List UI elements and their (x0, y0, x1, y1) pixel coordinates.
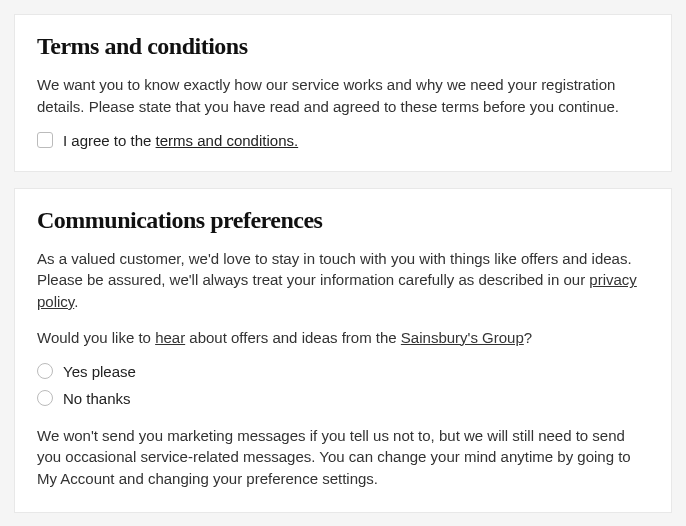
terms-link[interactable]: terms and conditions. (156, 132, 299, 149)
terms-heading: Terms and conditions (37, 33, 649, 60)
terms-description: We want you to know exactly how our serv… (37, 74, 649, 118)
terms-checkbox-row[interactable]: I agree to the terms and conditions. (37, 132, 649, 149)
terms-checkbox[interactable] (37, 132, 53, 148)
comms-question-prefix: Would you like to (37, 329, 155, 346)
comms-question: Would you like to hear about offers and … (37, 327, 649, 349)
radio-yes-label: Yes please (63, 363, 136, 380)
comms-question-mid: about offers and ideas from the (185, 329, 401, 346)
comms-question-suffix: ? (524, 329, 532, 346)
terms-checkbox-label: I agree to the terms and conditions. (63, 132, 298, 149)
terms-card: Terms and conditions We want you to know… (14, 14, 672, 172)
radio-yes[interactable] (37, 363, 53, 379)
comms-heading: Communications preferences (37, 207, 649, 234)
radio-no-row[interactable]: No thanks (37, 390, 649, 407)
radio-no-label: No thanks (63, 390, 131, 407)
radio-no[interactable] (37, 390, 53, 406)
terms-checkbox-prefix: I agree to the (63, 132, 156, 149)
sainsburys-group-link[interactable]: Sainsbury's Group (401, 329, 524, 346)
hear-link[interactable]: hear (155, 329, 185, 346)
comms-disclaimer: We won't send you marketing messages if … (37, 425, 649, 490)
radio-yes-row[interactable]: Yes please (37, 363, 649, 380)
comms-intro: As a valued customer, we'd love to stay … (37, 248, 649, 313)
comms-card: Communications preferences As a valued c… (14, 188, 672, 513)
comms-intro-prefix: As a valued customer, we'd love to stay … (37, 250, 632, 289)
comms-intro-suffix: . (74, 293, 78, 310)
